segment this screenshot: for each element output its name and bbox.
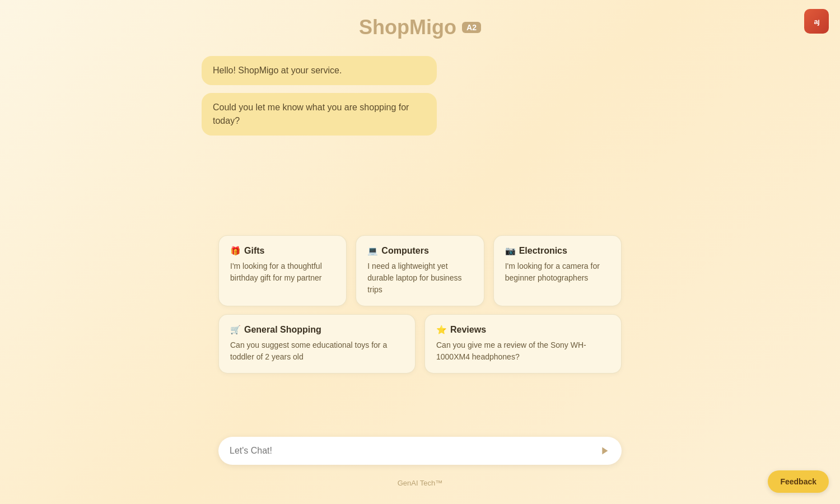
footer-text: GenAI Tech™ [398,479,443,487]
electronics-icon: 📷 [505,246,516,256]
card-general-shopping[interactable]: 🛒 General Shopping Can you suggest some … [218,314,416,374]
chat-area: Hello! ShopMigo at your service. Could y… [0,50,840,136]
computers-icon: 💻 [367,246,378,256]
version-badge: A2 [462,22,481,33]
gifts-label: Gifts [244,246,264,256]
card-reviews[interactable]: ⭐ Reviews Can you give me a review of th… [424,314,622,374]
card-general-shopping-title: 🛒 General Shopping [230,325,404,335]
general-shopping-label: General Shopping [244,325,321,335]
gifts-icon: 🎁 [230,246,241,256]
chat-bubble-1: Hello! ShopMigo at your service. [202,56,437,85]
send-button[interactable] [592,445,610,457]
top-right-logo: aȷ [804,9,829,34]
card-electronics[interactable]: 📷 Electronics I'm looking for a camera f… [493,235,622,306]
card-electronics-title: 📷 Electronics [505,246,610,256]
card-gifts-title: 🎁 Gifts [230,246,335,256]
computers-desc: I need a lightweight yet durable laptop … [367,260,472,296]
reviews-label: Reviews [450,325,486,335]
send-icon [598,445,610,457]
cards-area: 🎁 Gifts I'm looking for a thoughtful bir… [218,235,622,374]
cards-row-1: 🎁 Gifts I'm looking for a thoughtful bir… [218,235,622,306]
cards-row-2: 🛒 General Shopping Can you suggest some … [218,314,622,374]
card-computers[interactable]: 💻 Computers I need a lightweight yet dur… [356,235,484,306]
reviews-desc: Can you give me a review of the Sony WH-… [436,339,610,363]
app-title: ShopMigo A2 [359,16,481,39]
chat-input[interactable] [230,446,592,456]
footer: GenAI Tech™ [0,479,840,487]
card-gifts[interactable]: 🎁 Gifts I'm looking for a thoughtful bir… [218,235,347,306]
app-title-text: ShopMigo [359,16,456,39]
electronics-label: Electronics [519,246,567,256]
card-reviews-title: ⭐ Reviews [436,325,610,335]
electronics-desc: I'm looking for a camera for beginner ph… [505,260,610,284]
chat-bubble-2: Could you let me know what you are shopp… [202,93,437,136]
gifts-desc: I'm looking for a thoughtful birthday gi… [230,260,335,284]
chat-input-wrapper [218,437,622,465]
reviews-icon: ⭐ [436,325,447,335]
general-shopping-desc: Can you suggest some educational toys fo… [230,339,404,363]
general-shopping-icon: 🛒 [230,325,241,335]
logo-text: aȷ [814,17,819,26]
card-computers-title: 💻 Computers [367,246,472,256]
feedback-button[interactable]: Feedback [768,470,829,493]
computers-label: Computers [381,246,428,256]
input-area [218,437,622,465]
header: ShopMigo A2 [0,0,840,50]
